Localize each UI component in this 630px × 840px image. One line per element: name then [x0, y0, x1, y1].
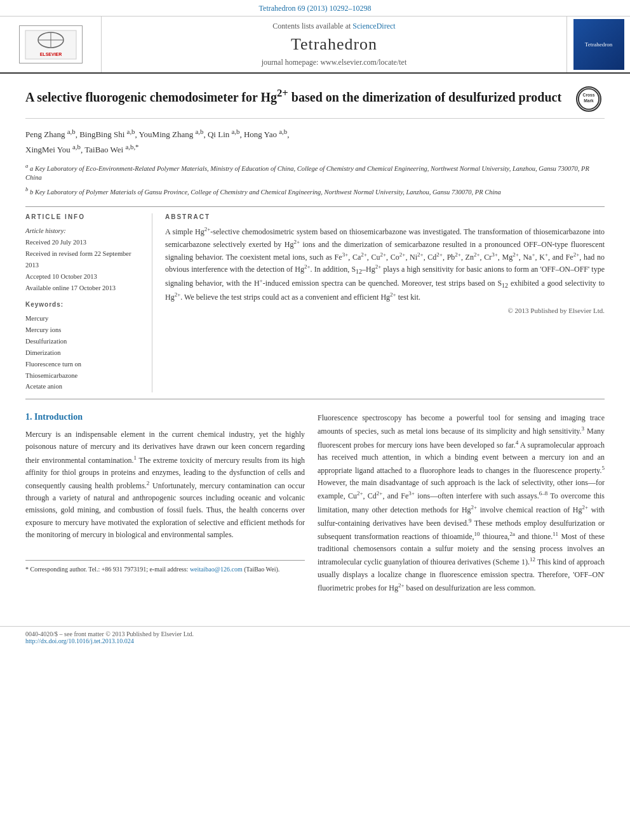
keyword-dimerization: Dimerization: [25, 347, 142, 359]
keywords-header: Keywords:: [25, 301, 142, 308]
title-section: A selective fluorogenic chemodosimeter f…: [25, 86, 605, 119]
accepted-date: Accepted 10 October 2013: [25, 271, 142, 283]
received-date: Received 20 July 2013: [25, 237, 142, 248]
received-revised-date: Received in revised form 22 September 20…: [25, 248, 142, 271]
journal-cover: Tetrahedron: [566, 17, 630, 72]
sciencedirect-anchor[interactable]: ScienceDirect: [352, 22, 395, 30]
footer: 0040-4020/$ – see front matter © 2013 Pu…: [0, 626, 630, 644]
affiliation-b: b b Key Laboratory of Polymer Materials …: [25, 185, 605, 197]
keyword-mercury-ions: Mercury ions: [25, 324, 142, 336]
keyword-desulfurization: Desulfurization: [25, 336, 142, 347]
authors: Peng Zhang a,b, BingBing Shi a,b, YouMin…: [25, 126, 605, 157]
available-date: Available online 17 October 2013: [25, 283, 142, 294]
journal-reference: Tetrahedron 69 (2013) 10292–10298: [0, 0, 630, 17]
crossmark-section[interactable]: Cross Mark: [573, 86, 605, 112]
tetrahedron-cover-image: Tetrahedron: [573, 19, 624, 70]
journal-homepage: journal homepage: www.elsevier.com/locat…: [262, 58, 406, 67]
doi-link[interactable]: http://dx.doi.org/10.1016/j.tet.2013.10.…: [25, 637, 134, 644]
abstract-header: ABSTRACT: [165, 213, 605, 220]
article-title: A selective fluorogenic chemodosimeter f…: [25, 86, 563, 105]
journal-info-center: Contents lists available at ScienceDirec…: [102, 17, 566, 72]
intro-text-right: Fluorescence spectroscopy has become a p…: [318, 412, 605, 594]
intro-text-left: Mercury is an indispensable element in t…: [25, 429, 305, 541]
footnote-section: * Corresponding author. Tel.: +86 931 79…: [25, 560, 305, 574]
affiliation-a: a a Key Laboratory of Eco-Environment-Re…: [25, 162, 605, 183]
abstract-text: A simple Hg2+-selective chemodosimetric …: [165, 225, 605, 303]
svg-text:Cross: Cross: [583, 93, 595, 97]
body-right-column: Fluorescence spectroscopy has become a p…: [318, 412, 605, 601]
keyword-fluorescence: Fluorescence turn on: [25, 359, 142, 370]
article-info: ARTICLE INFO Article history: Received 2…: [25, 213, 152, 392]
article-history: Article history: Received 20 July 2013 R…: [25, 225, 142, 293]
footnote-email[interactable]: weitaibao@126.com: [190, 566, 243, 573]
article-info-header: ARTICLE INFO: [25, 213, 142, 220]
sciencedirect-link[interactable]: Contents lists available at ScienceDirec…: [272, 22, 395, 31]
article-main: A selective fluorogenic chemodosimeter f…: [0, 74, 630, 613]
svg-text:ELSEVIER: ELSEVIER: [39, 52, 62, 57]
journal-header: ELSEVIER Contents lists available at Sci…: [0, 17, 630, 74]
elsevier-logo-section: ELSEVIER: [0, 17, 102, 72]
body-left-column: 1. Introduction Mercury is an indispensa…: [25, 412, 305, 601]
article-body: 1. Introduction Mercury is an indispensa…: [25, 412, 605, 601]
svg-text:Mark: Mark: [584, 98, 594, 103]
history-label: Article history:: [25, 225, 142, 237]
footer-copyright: 0040-4020/$ – see front matter © 2013 Pu…: [25, 630, 605, 644]
intro-heading: 1. Introduction: [25, 412, 305, 422]
crossmark-icon[interactable]: Cross Mark: [576, 86, 601, 112]
keywords-section: Keywords: Mercury Mercury ions Desulfuri…: [25, 301, 142, 392]
footnote-text: * Corresponding author. Tel.: +86 931 79…: [25, 564, 305, 574]
elsevier-logo: ELSEVIER: [19, 25, 83, 63]
keyword-mercury: Mercury: [25, 313, 142, 324]
keyword-acetate: Acetate anion: [25, 381, 142, 392]
copyright: © 2013 Published by Elsevier Ltd.: [165, 307, 605, 314]
keyword-thiosemicarbazone: Thiosemicarbazone: [25, 370, 142, 382]
journal-title: Tetrahedron: [291, 35, 377, 54]
info-abstract-section: ARTICLE INFO Article history: Received 2…: [25, 206, 605, 399]
abstract-section: ABSTRACT A simple Hg2+-selective chemodo…: [165, 213, 605, 392]
elsevier-logo-image: ELSEVIER: [19, 25, 83, 63]
